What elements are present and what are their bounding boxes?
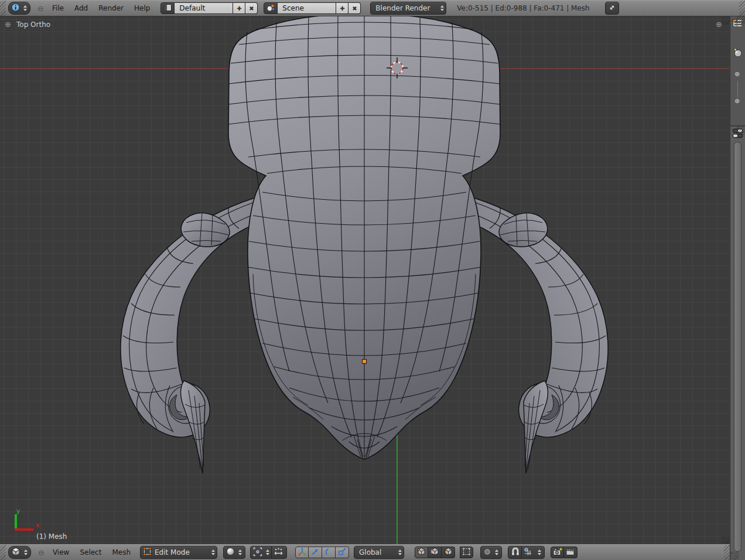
menu-select[interactable]: Select — [80, 548, 101, 556]
active-object-label: (1) Mesh — [36, 532, 67, 541]
edit-mode-icon — [143, 547, 152, 558]
selected-vertex[interactable] — [363, 360, 367, 364]
pivot-point-icon[interactable] — [253, 547, 262, 558]
menu-view[interactable]: View — [53, 548, 69, 556]
axis-x-bar — [15, 528, 33, 531]
rotate-manipulator-button[interactable] — [322, 547, 336, 558]
vertex-cube-icon — [417, 547, 426, 558]
mesh-object-icon[interactable] — [733, 48, 743, 60]
right-editor-column: ⊕ ⊕ — [730, 16, 745, 560]
mesh-object[interactable] — [0, 16, 730, 544]
clapperboard-icon — [566, 548, 575, 558]
axis-y-bar — [15, 514, 17, 530]
translate-manipulator-button[interactable] — [309, 547, 322, 558]
area-corner-grip[interactable] — [737, 16, 745, 25]
screen-layout-selector: Default ✚ ✖ — [160, 2, 258, 14]
menu-add[interactable]: Add — [74, 4, 88, 12]
edge-select-mode-button[interactable] — [428, 547, 442, 558]
render-engine-value: Blender Render — [375, 4, 430, 12]
menu-mesh[interactable]: Mesh — [112, 548, 131, 556]
orientation-value: Global — [359, 548, 381, 556]
chevron-updown-icon — [266, 549, 269, 555]
3d-viewport[interactable]: ⊕ Top Ortho ⊕ y x (1) Mesh — [0, 16, 730, 544]
area-corner-grip[interactable] — [737, 127, 745, 135]
manipulator-toggle-button[interactable] — [295, 547, 309, 558]
screen-layout-button[interactable] — [160, 2, 175, 14]
vertex-select-mode-button[interactable] — [415, 547, 428, 558]
editor-type-selector-info[interactable] — [8, 2, 30, 15]
chevron-updown-icon — [238, 549, 242, 555]
mode-value: Edit Mode — [155, 548, 190, 556]
translate-arrow-icon — [311, 548, 319, 558]
add-layout-button[interactable]: ✚ — [233, 2, 245, 14]
rotate-arc-icon — [324, 548, 333, 558]
chevron-updown-icon — [211, 549, 215, 555]
chevron-updown-icon — [495, 549, 498, 555]
shading-sphere-icon — [226, 547, 235, 558]
render-buttons — [551, 547, 577, 558]
add-scene-button[interactable]: ✚ — [336, 2, 348, 14]
snap-group — [508, 546, 545, 559]
maximize-editor-button[interactable] — [605, 2, 619, 15]
menu-help[interactable]: Help — [134, 4, 150, 12]
layout-name-field[interactable]: Default — [175, 2, 233, 14]
expand-toolshelf-icon[interactable]: ⊕ — [5, 20, 11, 29]
select-mode-buttons — [415, 547, 455, 558]
properties-editor-strip[interactable] — [730, 127, 745, 560]
chevron-updown-icon — [440, 5, 444, 11]
3d-viewport-cube-icon — [11, 547, 20, 558]
scene-name-field[interactable]: Scene — [278, 2, 336, 14]
info-icon — [11, 3, 20, 13]
scene-statistics: Ve:0-515 | Ed:0-988 | Fa:0-471 | Mesh — [457, 4, 589, 12]
occlude-geometry-icon — [462, 547, 471, 558]
face-select-mode-button[interactable] — [442, 547, 455, 558]
collapse-menus-icon[interactable]: ⊖ — [37, 5, 44, 12]
chevron-updown-icon — [24, 549, 28, 555]
scale-manipulator-button[interactable] — [336, 547, 349, 558]
render-animation-button[interactable] — [564, 547, 577, 558]
proportional-editing-select[interactable] — [480, 546, 502, 559]
outliner-editor-strip[interactable]: ⊕ ⊕ — [730, 16, 745, 127]
delete-scene-button[interactable]: ✖ — [348, 2, 361, 14]
viewport-header: ⊖ View Select Mesh Edit Mode — [0, 544, 730, 560]
chevron-updown-icon — [398, 549, 402, 555]
render-opengl-button[interactable] — [551, 547, 564, 558]
properties-scrollbar[interactable] — [734, 142, 741, 552]
area-corner-grip[interactable] — [722, 536, 730, 544]
editor-type-selector-3dview[interactable] — [8, 546, 31, 559]
area-corner-grip[interactable] — [730, 552, 739, 560]
snap-element-icon[interactable] — [522, 547, 534, 558]
scale-square-icon — [338, 548, 346, 558]
transform-orientation-select[interactable]: Global — [354, 546, 404, 559]
outliner-expand-icon[interactable]: ⊕ — [734, 97, 740, 105]
header-resize-grip[interactable] — [739, 1, 745, 16]
screen-layout-icon — [163, 4, 172, 13]
camera-icon — [553, 548, 562, 558]
header-resize-grip[interactable] — [0, 1, 6, 16]
chevron-updown-icon — [23, 5, 27, 11]
menu-render[interactable]: Render — [98, 4, 124, 12]
collapse-menus-icon[interactable]: ⊖ — [38, 549, 45, 556]
limit-selection-visible-button[interactable] — [460, 547, 473, 558]
render-engine-select[interactable]: Blender Render — [370, 2, 446, 15]
chevron-updown-icon — [538, 549, 541, 555]
scene-selector: Scene ✚ ✖ — [264, 2, 361, 14]
manipulate-center-points-icon[interactable] — [272, 547, 285, 558]
manipulator-buttons — [295, 547, 349, 558]
outliner-expand-icon[interactable]: ⊕ — [734, 70, 740, 78]
header-resize-grip[interactable] — [724, 545, 730, 560]
maximize-icon — [609, 4, 616, 13]
pivot-point-group — [250, 546, 287, 559]
header-resize-grip[interactable] — [0, 545, 6, 560]
viewport-shading-select[interactable] — [223, 546, 245, 559]
menu-file[interactable]: File — [52, 4, 64, 12]
snap-magnet-icon[interactable] — [510, 547, 521, 558]
scene-icon — [266, 4, 275, 13]
axis-x-label: x — [36, 521, 40, 529]
delete-layout-button[interactable]: ✖ — [245, 2, 258, 14]
area-corner-grip[interactable] — [722, 16, 730, 25]
scene-button[interactable] — [264, 2, 278, 14]
mode-select[interactable]: Edit Mode — [140, 546, 217, 559]
axis-manipulator-icon — [298, 548, 306, 558]
view-name-label: Top Ortho — [16, 21, 50, 29]
